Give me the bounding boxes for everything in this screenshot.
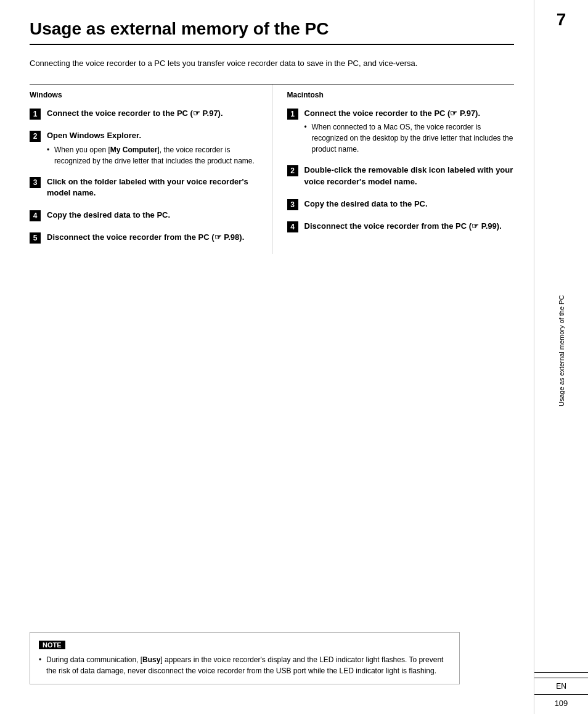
step-1-content: Connect the voice recorder to the PC (☞ …	[47, 108, 257, 121]
mac-step-1: 1 Connect the voice recorder to the PC (…	[287, 108, 515, 156]
mac-step-4-content: Disconnect the voice recorder from the P…	[304, 221, 515, 234]
step-4-title: Copy the desired data to the PC.	[47, 210, 257, 221]
step-3-title: Click on the folder labeled with your vo…	[47, 176, 257, 199]
mac-step-1-title: Connect the voice recorder to the PC (☞ …	[304, 108, 515, 119]
mac-step-2: 2 Double-click the removable disk icon l…	[287, 165, 515, 189]
side-tab-text: Usage as external memory of the PC	[558, 35, 565, 667]
step-number-4: 4	[30, 210, 41, 221]
windows-step-3: 3 Click on the folder labeled with your …	[30, 176, 257, 201]
mac-step-3-title: Copy the desired data to the PC.	[304, 199, 515, 210]
chapter-number: 7	[557, 10, 566, 30]
step-number-1: 1	[30, 109, 41, 120]
windows-header: Windows	[30, 91, 257, 99]
mac-step-2-title: Double-click the removable disk icon lab…	[304, 165, 515, 187]
step-number-3: 3	[30, 177, 41, 188]
note-text: During data communication, [Busy] appear…	[39, 654, 451, 676]
side-tab: 7 Usage as external memory of the PC EN …	[534, 0, 588, 714]
step-5-content: Disconnect the voice recorder from the P…	[47, 232, 257, 245]
macintosh-header: Macintosh	[287, 91, 515, 99]
mac-step-2-content: Double-click the removable disk icon lab…	[304, 165, 515, 189]
windows-step-4: 4 Copy the desired data to the PC.	[30, 210, 257, 223]
macintosh-column: Macintosh 1 Connect the voice recorder t…	[272, 84, 515, 254]
mac-step-4: 4 Disconnect the voice recorder from the…	[287, 221, 515, 234]
step-2-content: Open Windows Explorer. When you open [My…	[47, 130, 257, 167]
mac-step-number-3: 3	[287, 199, 298, 210]
side-bottom: EN 109	[534, 672, 588, 714]
page-title: Usage as external memory of the PC	[30, 20, 514, 45]
step-3-content: Click on the folder labeled with your vo…	[47, 176, 257, 201]
intro-text: Connecting the voice recorder to a PC le…	[30, 57, 514, 70]
windows-step-5: 5 Disconnect the voice recorder from the…	[30, 232, 257, 245]
step-4-content: Copy the desired data to the PC.	[47, 210, 257, 223]
step-number-5: 5	[30, 232, 41, 244]
windows-column: Windows 1 Connect the voice recorder to …	[30, 84, 272, 254]
note-label: NOTE	[39, 641, 65, 649]
mac-step-1-content: Connect the voice recorder to the PC (☞ …	[304, 108, 515, 156]
mac-step-3: 3 Copy the desired data to the PC.	[287, 199, 515, 212]
columns-wrapper: Windows 1 Connect the voice recorder to …	[30, 84, 514, 254]
mac-step-number-1: 1	[287, 109, 298, 120]
step-5-title: Disconnect the voice recorder from the P…	[47, 232, 257, 243]
windows-step-1: 1 Connect the voice recorder to the PC (…	[30, 108, 257, 121]
mac-step-1-sub: When connected to a Mac OS, the voice re…	[304, 121, 515, 155]
windows-step-2: 2 Open Windows Explorer. When you open […	[30, 130, 257, 167]
page-number: 109	[555, 699, 568, 708]
step-2-sub: When you open [My Computer], the voice r…	[47, 144, 257, 166]
divider-line	[534, 678, 588, 678]
lang-label: EN	[556, 682, 566, 691]
divider-line-2	[534, 694, 588, 695]
mac-step-number-2: 2	[287, 165, 298, 176]
mac-step-number-4: 4	[287, 221, 298, 232]
mac-step-3-content: Copy the desired data to the PC.	[304, 199, 515, 212]
step-2-title: Open Windows Explorer.	[47, 130, 257, 141]
mac-step-4-title: Disconnect the voice recorder from the P…	[304, 221, 515, 232]
step-number-2: 2	[30, 131, 41, 142]
step-1-title: Connect the voice recorder to the PC (☞ …	[47, 108, 257, 119]
note-box: NOTE During data communication, [Busy] a…	[30, 632, 460, 684]
